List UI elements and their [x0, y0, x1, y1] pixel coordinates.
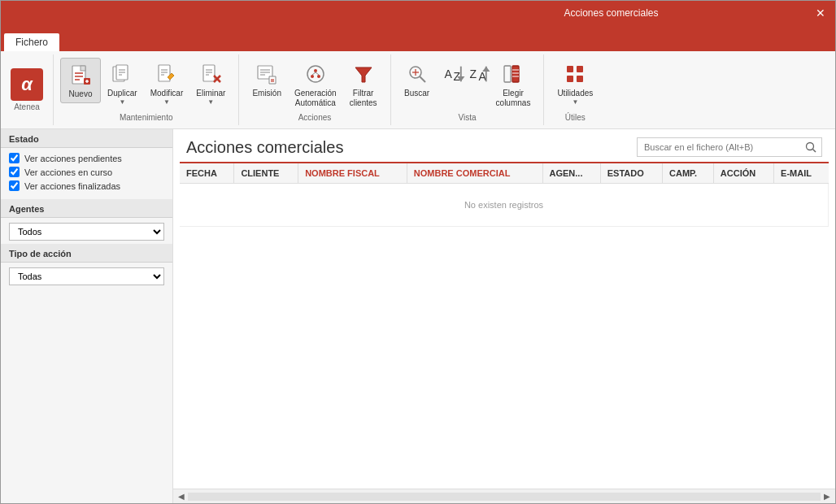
col-accion[interactable]: ACCIÓN — [713, 163, 773, 184]
filtrar-button[interactable]: Filtrar clientes — [343, 58, 384, 111]
tipo-dropdown-section: Todas — [1, 263, 172, 289]
modificar-arrow: ▼ — [163, 98, 170, 106]
svg-rect-57 — [577, 76, 583, 82]
sort-az-button[interactable]: A Z — [438, 61, 463, 77]
vista-label: Vista — [458, 113, 476, 122]
ribbon-group-mantenimiento: Nuevo Duplicar ▼ — [54, 54, 239, 125]
emision-icon — [254, 61, 280, 87]
tipo-select[interactable]: Todas — [9, 267, 164, 285]
emision-label: Emisión — [252, 89, 281, 98]
mantenimiento-label: mantenimiento — [120, 113, 173, 122]
main-header: Acciones comerciales — [173, 129, 835, 162]
svg-point-32 — [311, 75, 314, 78]
elegir-button[interactable]: Elegir columnas — [490, 58, 538, 111]
sort-za-button[interactable]: Z A — [464, 61, 488, 77]
svg-point-33 — [317, 75, 320, 78]
checkbox-finalizadas[interactable] — [9, 180, 20, 191]
atenea-logo: α — [11, 68, 43, 101]
utilidades-arrow: ▼ — [572, 98, 578, 106]
filtrar-label: Filtrar clientes — [350, 89, 377, 108]
table-container: FECHA CLIENTE NOMBRE FISCAL NOMBRE COMER… — [180, 162, 829, 489]
col-fecha[interactable]: FECHA — [180, 163, 234, 184]
agentes-select[interactable]: Todos — [9, 223, 164, 241]
col-nombre-comercial[interactable]: NOMBRE COMERCIAL — [407, 163, 542, 184]
scroll-right-button[interactable]: ▶ — [821, 490, 834, 503]
col-nombre-fiscal[interactable]: NOMBRE FISCAL — [298, 163, 407, 184]
ribbon-group-acciones: Emisión Generación Automá — [239, 54, 390, 125]
main-window: Acciones comerciales ✕ Fichero α Atenea — [0, 0, 836, 504]
sidebar: Estado Ver acciones pendientes Ver accio… — [1, 129, 173, 503]
svg-marker-48 — [482, 67, 490, 72]
svg-rect-18 — [203, 65, 215, 81]
col-estado[interactable]: ESTADO — [600, 163, 662, 184]
svg-line-59 — [813, 150, 816, 153]
duplicar-button[interactable]: Duplicar ▼ — [101, 58, 144, 109]
svg-text:Z: Z — [453, 70, 460, 83]
check-en-curso[interactable]: Ver acciones en curso — [9, 167, 164, 177]
acciones-label: acciones — [298, 113, 332, 122]
modificar-label: Modificar — [150, 89, 184, 98]
svg-rect-50 — [512, 66, 519, 82]
eliminar-button[interactable]: Eliminar ▼ — [189, 58, 232, 109]
scroll-track[interactable] — [188, 493, 821, 501]
svg-rect-56 — [567, 76, 573, 82]
filtrar-icon — [351, 61, 377, 87]
eliminar-arrow: ▼ — [207, 98, 214, 106]
utilidades-button[interactable]: Utilidades ▼ — [551, 58, 599, 109]
svg-text:A: A — [444, 67, 452, 80]
elegir-icon — [500, 61, 526, 87]
main-panel: Acciones comerciales FEC — [173, 129, 835, 503]
modificar-button[interactable]: Modificar ▼ — [144, 58, 190, 109]
svg-rect-54 — [567, 66, 573, 72]
nuevo-button[interactable]: Nuevo — [60, 58, 101, 103]
svg-line-35 — [316, 72, 319, 75]
sort-az-icon: A Z — [443, 63, 458, 76]
duplicar-icon — [109, 61, 135, 87]
utiles-items: Utilidades ▼ — [551, 58, 599, 111]
col-agente[interactable]: AGEN... — [542, 163, 600, 184]
modificar-icon — [154, 61, 180, 87]
buscar-icon — [404, 61, 430, 87]
checkbox-en-curso[interactable] — [9, 167, 20, 177]
main-title: Acciones comerciales — [186, 138, 343, 157]
utilidades-icon — [562, 61, 588, 87]
acciones-items: Emisión Generación Automá — [246, 58, 383, 111]
checkbox-pendientes[interactable] — [9, 153, 20, 163]
search-button[interactable] — [800, 138, 821, 156]
duplicar-arrow: ▼ — [119, 98, 125, 106]
check-pendientes[interactable]: Ver acciones pendientes — [9, 153, 164, 163]
eliminar-label: Eliminar — [196, 89, 225, 98]
emision-button[interactable]: Emisión — [246, 58, 288, 102]
content-area: Estado Ver acciones pendientes Ver accio… — [1, 129, 835, 503]
eliminar-icon — [198, 61, 224, 87]
buscar-button[interactable]: Buscar — [398, 58, 437, 102]
generacion-icon — [303, 61, 329, 87]
menu-tab-fichero[interactable]: Fichero — [4, 33, 59, 51]
close-button[interactable]: ✕ — [812, 5, 829, 21]
search-box — [637, 137, 822, 157]
search-input[interactable] — [638, 139, 800, 155]
buscar-label: Buscar — [404, 89, 429, 98]
svg-rect-13 — [159, 65, 170, 81]
ribbon: α Atenea — [1, 51, 835, 129]
title-bar: Acciones comerciales ✕ — [1, 1, 835, 25]
search-icon — [805, 141, 816, 153]
col-camp[interactable]: CAMP. — [663, 163, 714, 184]
scroll-left-button[interactable]: ◀ — [175, 490, 188, 503]
no-records-message: No existen registros — [180, 184, 829, 227]
col-email[interactable]: E-MAIL — [774, 163, 829, 184]
horizontal-scrollbar[interactable]: ◀ ▶ — [173, 489, 835, 503]
svg-line-38 — [420, 76, 425, 82]
agentes-dropdown-section: Todos — [1, 218, 172, 244]
main-table: FECHA CLIENTE NOMBRE FISCAL NOMBRE COMER… — [180, 163, 829, 227]
generacion-button[interactable]: Generación Automática — [288, 58, 343, 111]
check-finalizadas[interactable]: Ver acciones finalizadas — [9, 180, 164, 191]
svg-point-31 — [314, 69, 317, 72]
table-header: FECHA CLIENTE NOMBRE FISCAL NOMBRE COMER… — [180, 163, 829, 184]
atenea-label: Atenea — [14, 102, 40, 111]
agentes-section-label: Agentes — [1, 199, 172, 218]
vista-items: Buscar A Z — [398, 58, 538, 111]
utiles-label: Útiles — [565, 113, 586, 122]
svg-text:Z: Z — [469, 67, 477, 80]
col-cliente[interactable]: CLIENTE — [234, 163, 298, 184]
